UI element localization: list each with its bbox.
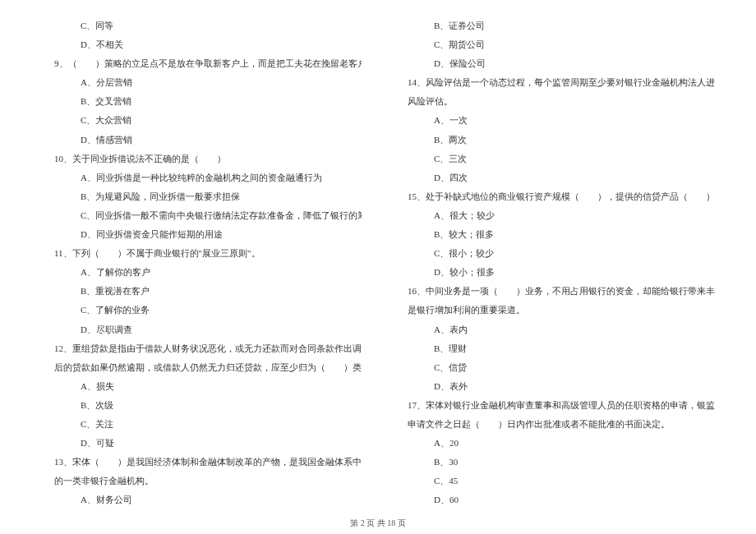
q9-option-c: C、大众营销 [41,111,362,130]
q13-stem-1: 13、宋体（ ）是我国经济体制和金融体制改革的产物，是我国金融体系中具有中国特色 [41,453,362,472]
q17-option-b: B、30 [394,453,715,472]
page-footer: 第 2 页 共 18 页 [0,518,756,529]
q14-option-b: B、两次 [394,131,715,150]
q15-option-c: C、很小；较少 [394,244,715,263]
q10-option-c: C、同业拆借一般不需向中央银行缴纳法定存款准备金，降低了银行的筹资成本 [41,206,362,225]
q13-stem-2: 的一类非银行金融机构。 [41,472,362,490]
q16-option-c: C、信贷 [394,358,715,377]
q8-option-c: C、同等 [41,16,362,35]
q14-option-d: D、四次 [394,168,715,187]
q16-stem-2: 是银行增加利润的重要渠道。 [394,301,715,320]
q9-option-b: B、交叉营销 [41,92,362,111]
q11-option-a: A、了解你的客户 [41,263,362,282]
q15-option-d: D、较小；很多 [394,263,715,282]
q10-option-b: B、为规避风险，同业拆借一般要求担保 [41,187,362,206]
right-column: B、证券公司 C、期货公司 D、保险公司 14、风险评估是一个动态过程，每个监管… [394,16,715,509]
q12-stem-1: 12、重组贷款是指由于借款人财务状况恶化，或无力还款而对合同条款作出调整的贷款，… [41,339,362,358]
q11-option-d: D、尽职调查 [41,320,362,339]
q10-option-d: D、同业拆借资金只能作短期的用途 [41,225,362,244]
q17-stem-1: 17、宋体对银行业金融机构审查董事和高级管理人员的任职资格的申请，银监会应当在自… [394,396,715,415]
q13-option-a: A、财务公司 [41,490,362,509]
q11-option-c: C、了解你的业务 [41,301,362,320]
q17-option-a: A、20 [394,434,715,453]
q17-stem-2: 申请文件之日起（ ）日内作出批准或者不能批准的书面决定。 [394,415,715,434]
q14-option-c: C、三次 [394,150,715,168]
left-column: C、同等 D、不相关 9、（ ）策略的立足点不是放在争取新客户上，而是把工夫花在… [41,16,362,509]
q13-option-b: B、证券公司 [394,16,715,35]
q14-stem-2: 风险评估。 [394,92,715,111]
q12-option-d: D、可疑 [41,434,362,453]
q17-option-c: C、45 [394,472,715,490]
q12-option-c: C、关注 [41,415,362,434]
q13-option-d: D、保险公司 [394,54,715,73]
q9-option-d: D、情感营销 [41,131,362,150]
q17-option-d: D、60 [394,490,715,509]
q16-option-a: A、表内 [394,320,715,339]
q11-stem: 11、下列（ ）不属于商业银行的"展业三原则"。 [41,244,362,263]
q16-stem-1: 16、中间业务是一项（ ）业务，不用占用银行的资金，却能给银行带来丰厚的手续费收… [394,282,715,301]
q9-stem: 9、（ ）策略的立足点不是放在争取新客户上，而是把工夫花在挽留老客户上。 [41,54,362,73]
q16-option-d: D、表外 [394,377,715,396]
q12-stem-2: 后的贷款如果仍然逾期，或借款人仍然无力归还贷款，应至少归为（ ）类贷款。 [41,358,362,377]
q15-stem: 15、处于补缺式地位的商业银行资产规模（ ），提供的信贷产品（ ） [394,187,715,206]
q13-option-c: C、期货公司 [394,35,715,54]
q10-stem: 10、关于同业拆借说法不正确的是（ ） [41,150,362,168]
q14-option-a: A、一次 [394,111,715,130]
q10-option-a: A、同业拆借是一种比较纯粹的金融机构之间的资金融通行为 [41,168,362,187]
q9-option-a: A、分层营销 [41,73,362,92]
q15-option-a: A、很大；较少 [394,206,715,225]
q12-option-a: A、损失 [41,377,362,396]
q15-option-b: B、较大；很多 [394,225,715,244]
q16-option-b: B、理财 [394,339,715,358]
q8-option-d: D、不相关 [41,35,362,54]
q12-option-b: B、次级 [41,396,362,415]
q11-option-b: B、重视潜在客户 [41,282,362,301]
page-content: C、同等 D、不相关 9、（ ）策略的立足点不是放在争取新客户上，而是把工夫花在… [0,0,756,509]
q14-stem-1: 14、风险评估是一个动态过程，每个监管周期至少要对银行业金融机构法人进行（ ）整… [394,73,715,92]
